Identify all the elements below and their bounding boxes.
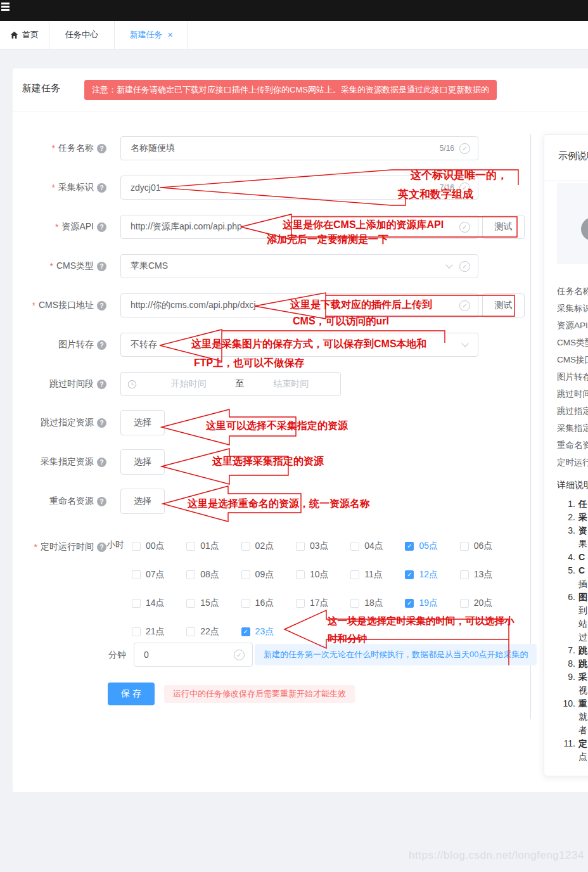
start-time-placeholder[interactable]: 开始时间 bbox=[146, 378, 232, 390]
checkbox-icon[interactable] bbox=[350, 599, 359, 608]
new-task-panel: 新建任务 注意：新建任务请确定已下载对应接口插件上传到你的CMS网站上。采集的资… bbox=[13, 68, 588, 792]
hour-checkbox-12点[interactable]: ✓12点 bbox=[405, 569, 459, 580]
hour-checkbox-00点[interactable]: 00点 bbox=[132, 541, 186, 552]
hour-label: 18点 bbox=[364, 598, 383, 609]
hour-checkbox-03点[interactable]: 03点 bbox=[296, 541, 350, 552]
tab-new-task[interactable]: 新建任务 × bbox=[115, 21, 188, 49]
test-cms-api-button[interactable]: 测试 bbox=[482, 293, 525, 317]
time-range-picker[interactable]: 开始时间 至 结束时间 bbox=[120, 372, 341, 396]
hour-checkbox-17点[interactable]: 17点 bbox=[296, 598, 350, 609]
hour-checkbox-21点[interactable]: 21点 bbox=[132, 626, 186, 638]
collect-id-input[interactable]: zdycj01 7/16 ✓ bbox=[120, 176, 478, 200]
checkbox-icon[interactable] bbox=[460, 599, 469, 608]
help-icon[interactable]: ? bbox=[97, 222, 106, 232]
hour-checkbox-11点[interactable]: 11点 bbox=[350, 569, 405, 580]
hour-checkbox-10点[interactable]: 10点 bbox=[296, 569, 350, 580]
help-icon[interactable]: ? bbox=[97, 458, 106, 467]
checkbox-icon[interactable] bbox=[241, 570, 250, 579]
help-icon[interactable]: ? bbox=[97, 497, 106, 506]
hour-checkbox-20点[interactable]: 20点 bbox=[460, 598, 514, 609]
hour-checkbox-23点[interactable]: ✓23点 bbox=[241, 626, 296, 638]
task-name-input[interactable]: 名称随便填 5/16 ✓ bbox=[120, 136, 478, 160]
hour-label: 23点 bbox=[255, 626, 274, 638]
checkbox-icon[interactable] bbox=[186, 570, 195, 579]
hour-checkbox-19点[interactable]: ✓19点 bbox=[405, 598, 459, 609]
checkbox-icon[interactable] bbox=[132, 570, 141, 579]
hour-checkbox-05点[interactable]: ✓05点 bbox=[405, 541, 459, 552]
home-icon bbox=[10, 31, 18, 39]
help-icon[interactable]: ? bbox=[97, 418, 106, 428]
help-icon[interactable]: ? bbox=[97, 380, 106, 389]
close-tab-icon[interactable]: × bbox=[167, 30, 172, 40]
test-resource-api-button[interactable]: 测试 bbox=[482, 215, 525, 239]
valid-check-icon: ✓ bbox=[459, 143, 470, 154]
required-asterisk: * bbox=[55, 222, 58, 232]
resource-api-input[interactable]: http://资源库api.com/api.php ✓ bbox=[120, 215, 478, 239]
checkbox-icon[interactable] bbox=[460, 570, 469, 579]
checkbox-icon[interactable] bbox=[350, 570, 359, 579]
help-icon[interactable]: ? bbox=[97, 340, 106, 350]
char-counter: 5/16 bbox=[440, 144, 454, 153]
end-time-placeholder[interactable]: 结束时间 bbox=[248, 378, 335, 390]
detail-item: 9.采 bbox=[544, 670, 588, 684]
checkbox-icon[interactable]: ✓ bbox=[405, 599, 414, 608]
hour-checkbox-08点[interactable]: 08点 bbox=[186, 569, 241, 580]
checkbox-icon[interactable] bbox=[241, 542, 250, 551]
hour-checkbox-02点[interactable]: 02点 bbox=[241, 541, 296, 552]
hour-checkbox-09点[interactable]: 09点 bbox=[241, 569, 296, 580]
cms-api-input[interactable]: http://你的cms.com/api.php/dxcj ✓ bbox=[120, 293, 478, 317]
hour-label: 09点 bbox=[255, 569, 274, 580]
checkbox-icon[interactable] bbox=[132, 599, 141, 608]
details-list: 1.任2.采3.资果4.C5.C插6.图到站过7.跳8.跳9.采视10.重就者1… bbox=[544, 497, 588, 764]
checkbox-icon[interactable] bbox=[241, 599, 250, 608]
hour-checkbox-06点[interactable]: 06点 bbox=[460, 541, 514, 552]
checkbox-icon[interactable] bbox=[132, 542, 141, 551]
cms-type-label: CMS类型 bbox=[56, 260, 94, 272]
detail-item: 7.跳 bbox=[544, 644, 588, 657]
checkbox-icon[interactable]: ✓ bbox=[405, 542, 414, 551]
cms-type-select[interactable]: 苹果CMS ✓ bbox=[120, 254, 478, 278]
hour-checkbox-04点[interactable]: 04点 bbox=[350, 541, 405, 552]
minute-input[interactable]: 0 ✓ bbox=[134, 643, 253, 667]
checkbox-icon[interactable] bbox=[296, 570, 305, 579]
hour-checkbox-13点[interactable]: 13点 bbox=[460, 569, 514, 580]
hour-checkbox-07点[interactable]: 07点 bbox=[132, 569, 186, 580]
checkbox-icon[interactable] bbox=[296, 599, 305, 608]
hamburger-menu-icon[interactable] bbox=[1, 3, 10, 13]
checkbox-icon[interactable]: ✓ bbox=[405, 570, 414, 579]
save-button[interactable]: 保 存 bbox=[108, 683, 155, 705]
collect-resource-select-button[interactable]: 选择 bbox=[120, 449, 165, 475]
hour-checkbox-15点[interactable]: 15点 bbox=[186, 598, 241, 609]
hour-row: 07点08点09点10点11点✓12点13点 bbox=[132, 560, 525, 589]
form-row-rename-resource: 重命名资源? 选择 bbox=[25, 489, 165, 514]
collect-id-label: 采集标识 bbox=[58, 182, 94, 193]
help-icon[interactable]: ? bbox=[97, 262, 106, 271]
save-warning-note: 运行中的任务修改保存后需要重新开始才能生效 bbox=[164, 685, 355, 703]
checkbox-icon[interactable] bbox=[186, 542, 195, 551]
checkbox-icon[interactable] bbox=[350, 542, 359, 551]
hour-checkbox-18点[interactable]: 18点 bbox=[350, 598, 405, 609]
help-icon[interactable]: ? bbox=[97, 301, 106, 311]
image-transfer-select[interactable]: 不转存 bbox=[120, 333, 478, 357]
hour-checkbox-14点[interactable]: 14点 bbox=[132, 598, 186, 609]
checkbox-icon[interactable] bbox=[296, 542, 305, 551]
checkbox-icon[interactable] bbox=[132, 627, 141, 636]
rename-resource-select-button[interactable]: 选择 bbox=[120, 489, 165, 514]
detail-item: 11.定 bbox=[544, 737, 588, 750]
top-bar bbox=[0, 0, 588, 21]
help-icon[interactable]: ? bbox=[97, 542, 106, 552]
skip-resource-select-button[interactable]: 选择 bbox=[120, 410, 165, 435]
hour-checkbox-22点[interactable]: 22点 bbox=[186, 626, 241, 638]
checkbox-icon[interactable] bbox=[186, 599, 195, 608]
tab-home[interactable]: 首页 bbox=[0, 21, 49, 49]
checkbox-icon[interactable]: ✓ bbox=[241, 627, 250, 636]
checkbox-icon[interactable] bbox=[186, 627, 195, 636]
checkbox-icon[interactable] bbox=[460, 542, 469, 551]
detail-item: 3.资 bbox=[544, 524, 588, 537]
hour-checkbox-16点[interactable]: 16点 bbox=[241, 598, 296, 609]
hour-checkbox-01点[interactable]: 01点 bbox=[186, 541, 241, 552]
help-icon[interactable]: ? bbox=[97, 183, 106, 193]
tab-task-center[interactable]: 任务中心 bbox=[49, 21, 115, 49]
help-icon[interactable]: ? bbox=[97, 144, 106, 153]
detail-item-continuation: 插 bbox=[544, 577, 588, 591]
